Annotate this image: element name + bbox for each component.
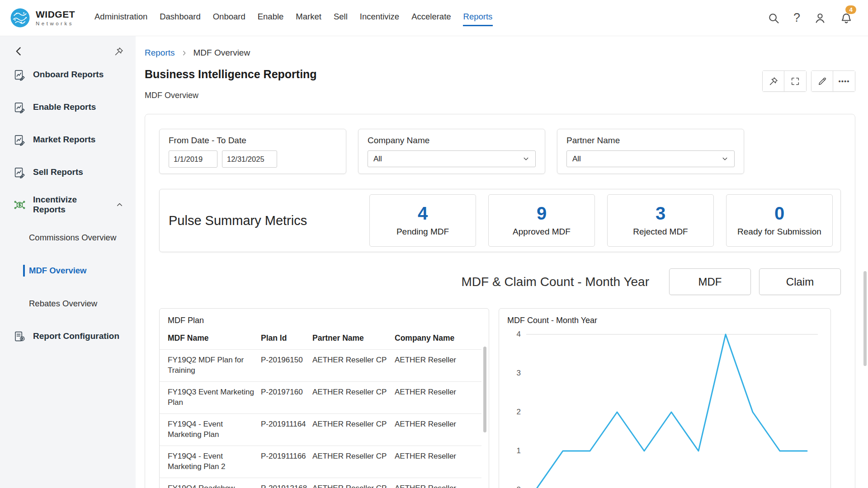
edit-more-group: ••••: [811, 70, 855, 92]
table-scrollbar-thumb[interactable]: [483, 347, 486, 432]
sidebar-item-label: Sell Reports: [33, 167, 83, 177]
page-title: Business Intelligence Reporting: [145, 68, 855, 81]
nav-item-reports[interactable]: Reports: [463, 9, 493, 26]
pin-icon: [769, 76, 778, 86]
table-cell: FY19Q3 Event Marketing Plan: [160, 381, 261, 413]
filters-row: From Date - To Date Company Name All: [159, 129, 841, 174]
table-cell: AETHER Reseller: [395, 478, 481, 488]
table-row[interactable]: FY19Q4 RoadshowP-201912168AETHER Reselle…: [160, 478, 481, 488]
nav-item-enable[interactable]: Enable: [257, 9, 284, 26]
pencil-icon: [817, 76, 827, 86]
report-configuration-icon: [14, 330, 26, 343]
sidebar-subitem-rebates-overview[interactable]: Rebates Overview: [0, 287, 136, 320]
sidebar-item-label: Market Reports: [33, 135, 95, 145]
metric-tile-rejected-mdf[interactable]: 3 Rejected MDF: [607, 194, 714, 247]
sidebar-item-incentivize-reports[interactable]: Incentivize Reports: [0, 188, 136, 221]
edit-report-button[interactable]: [811, 70, 833, 92]
bottom-grid: MDF Plan MDF Name Plan Id Partner Name C…: [159, 308, 841, 488]
nav-item-incentivize[interactable]: Incentivize: [359, 9, 400, 26]
brand-text: WIDGET Networks: [36, 9, 75, 26]
from-date-input[interactable]: [169, 150, 217, 168]
sidebar-item-sell-reports[interactable]: Sell Reports: [0, 156, 136, 188]
sidebar-item-report-configuration[interactable]: Report Configuration: [0, 320, 136, 352]
date-inputs: [169, 150, 337, 168]
brand-logo[interactable]: WIDGET Networks: [10, 8, 75, 28]
sidebar-subitem-label: MDF Overview: [29, 266, 87, 276]
sidebar-item-market-reports[interactable]: Market Reports: [0, 123, 136, 156]
sell-reports-icon: [14, 166, 26, 178]
y-axis-label: 3: [507, 354, 526, 393]
metric-value: 9: [537, 204, 547, 222]
table-cell: AETHER Reseller CP: [312, 350, 395, 382]
mdf-plan-table-body: FY19Q2 MDF Plan for TrainingP-20196150AE…: [160, 350, 481, 488]
page-scrollbar-thumb[interactable]: [863, 271, 867, 366]
breadcrumb-separator-icon: [180, 49, 188, 57]
search-icon[interactable]: [767, 12, 780, 24]
sidebar-pin-icon[interactable]: [114, 47, 124, 56]
metric-label: Approved MDF: [513, 227, 571, 237]
more-options-button[interactable]: ••••: [833, 70, 855, 92]
chart-title: MDF Count - Month Year: [507, 316, 822, 325]
sidebar-subitem-commissions-overview[interactable]: Commissions Overview: [0, 221, 136, 254]
claim-toggle-button[interactable]: Claim: [759, 268, 841, 295]
metric-label: Pending MDF: [396, 227, 449, 237]
nav-item-sell[interactable]: Sell: [333, 9, 348, 26]
sidebar-subitem-mdf-overview[interactable]: MDF Overview: [0, 254, 136, 287]
top-navbar: WIDGET Networks Administration Dashboard…: [0, 0, 868, 36]
table-row[interactable]: FY19Q2 MDF Plan for TrainingP-20196150AE…: [160, 350, 481, 382]
column-header-partner-name: Partner Name: [312, 330, 395, 350]
table-cell: P-20196150: [261, 350, 312, 382]
y-axis-label: 0: [507, 470, 526, 488]
table-row[interactable]: FY19Q4 - Event Marketing Plan 2P-2019111…: [160, 446, 481, 478]
mdf-plan-table: MDF Name Plan Id Partner Name Company Na…: [160, 330, 481, 488]
table-row[interactable]: FY19Q3 Event Marketing PlanP-20197160AET…: [160, 381, 481, 413]
mdf-toggle-button[interactable]: MDF: [669, 268, 751, 295]
sidebar-item-label: Incentivize Reports: [33, 195, 108, 215]
mdf-count-chart-card: MDF Count - Month Year 43210: [499, 308, 831, 488]
sidebar-item-label: Report Configuration: [33, 331, 119, 341]
table-header-row: MDF Name Plan Id Partner Name Company Na…: [160, 330, 481, 350]
notifications-bell[interactable]: 4: [840, 12, 853, 24]
chart-y-axis: 43210: [507, 315, 526, 488]
sidebar-item-enable-reports[interactable]: Enable Reports: [0, 91, 136, 123]
table-cell: AETHER Reseller: [395, 381, 481, 413]
chevron-down-icon: [522, 155, 530, 163]
metric-value: 4: [418, 204, 428, 222]
nav-item-market[interactable]: Market: [295, 9, 322, 26]
metric-tile-ready-for-submission[interactable]: 0 Ready for Submission: [726, 194, 833, 247]
metric-value: 3: [656, 204, 665, 222]
metric-tile-pending-mdf[interactable]: 4 Pending MDF: [369, 194, 476, 247]
sidebar-item-onboard-reports[interactable]: Onboard Reports: [0, 58, 136, 91]
sidebar-nav: Onboard Reports Enable Reports Market Re…: [0, 58, 136, 352]
help-icon[interactable]: ?: [793, 12, 800, 24]
nav-item-accelerate[interactable]: Accelerate: [411, 9, 451, 26]
chevron-down-icon: [721, 155, 729, 163]
y-axis-label: 4: [507, 315, 526, 354]
nav-item-dashboard[interactable]: Dashboard: [159, 9, 201, 26]
expand-report-button[interactable]: [784, 70, 807, 92]
collapse-sidebar-icon[interactable]: [13, 45, 25, 57]
metric-value: 0: [774, 204, 784, 222]
date-range-label: From Date - To Date: [169, 136, 337, 145]
table-cell: P-201911166: [261, 446, 312, 478]
table-cell: AETHER Reseller CP: [312, 478, 395, 488]
nav-item-onboard[interactable]: Onboard: [212, 9, 246, 26]
nav-item-administration[interactable]: Administration: [94, 9, 148, 26]
table-cell: FY19Q4 - Event Marketing Plan: [160, 413, 261, 446]
to-date-input[interactable]: [222, 150, 277, 168]
chart-area: 43210: [507, 329, 822, 488]
partner-name-value: All: [572, 155, 581, 164]
table-cell: FY19Q4 - Event Marketing Plan 2: [160, 446, 261, 478]
column-header-company-name: Company Name: [395, 330, 481, 350]
y-axis-label: 2: [507, 393, 526, 432]
header-actions: ? 4: [767, 12, 853, 24]
pin-report-button[interactable]: [762, 70, 784, 92]
breadcrumb-reports-link[interactable]: Reports: [145, 48, 175, 58]
mdf-plan-title: MDF Plan: [160, 316, 489, 325]
company-name-select[interactable]: All: [368, 150, 536, 167]
mdf-count-line-chart: [526, 329, 818, 488]
partner-name-select[interactable]: All: [566, 150, 735, 167]
table-row[interactable]: FY19Q4 - Event Marketing PlanP-201911164…: [160, 413, 481, 446]
metric-tile-approved-mdf[interactable]: 9 Approved MDF: [488, 194, 595, 247]
user-icon[interactable]: [814, 12, 826, 24]
